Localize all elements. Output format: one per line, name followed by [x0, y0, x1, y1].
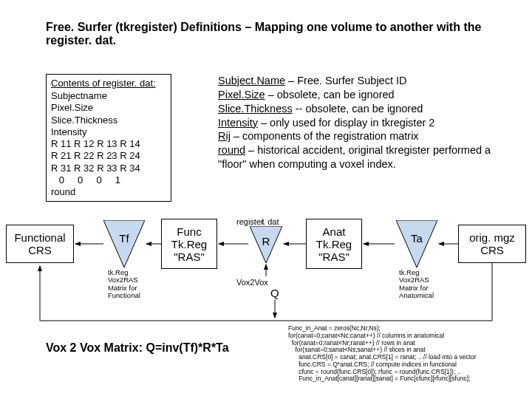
- contents-line: R 11 R 12 R 13 R 14: [51, 138, 166, 150]
- contents-header: Contents of register. dat:: [51, 78, 166, 89]
- description-block: Subject.Name – Free. Surfer Subject ID P…: [218, 74, 491, 171]
- desc-text: – obsolete, can be ignored: [265, 89, 395, 100]
- desc-term: round: [218, 144, 245, 156]
- contents-line: R 31 R 32 R 33 R 34: [51, 163, 166, 174]
- desc-term: Slice.Thickness: [218, 103, 293, 115]
- desc-term: Rij: [218, 130, 231, 142]
- contents-line: R 21 R 22 R 23 R 24: [51, 150, 166, 162]
- contents-line: Pixel.Size: [51, 102, 166, 114]
- desc-text: – Free. Surfer Subject ID: [285, 75, 406, 86]
- desc-text: – components of the registration matrix: [231, 130, 419, 142]
- code-block: Func_in_Anat = zeros(Nc,Nr,Ns); for(cana…: [288, 325, 525, 383]
- desc-term: Subject.Name: [218, 75, 285, 86]
- q-label: Q: [270, 287, 279, 299]
- contents-line: 0 0 0 1: [51, 174, 166, 186]
- desc-text: -- obsolete, can be ignored: [293, 103, 423, 115]
- page-title: Free. Surfer (tkregister) Definitions – …: [46, 21, 482, 47]
- desc-text: – historical accident, original tkregist…: [218, 144, 491, 170]
- desc-term: Intensity: [218, 117, 258, 129]
- desc-text: – only used for display in tkregister 2: [258, 117, 434, 129]
- contents-line: Intensity: [51, 126, 166, 138]
- formula: Vox 2 Vox Matrix: Q=inv(Tf)*R*Ta: [46, 341, 229, 355]
- contents-line: Subjectname: [51, 90, 166, 102]
- contents-box: Contents of register. dat: Subjectname P…: [46, 74, 171, 202]
- contents-line: Slice.Thickness: [51, 115, 166, 126]
- contents-line: round: [51, 186, 166, 198]
- flow-diagram: Functional CRS Tf tk.Reg Vox2RAS Matrix …: [0, 217, 532, 328]
- desc-term: Pixel.Size: [218, 89, 265, 100]
